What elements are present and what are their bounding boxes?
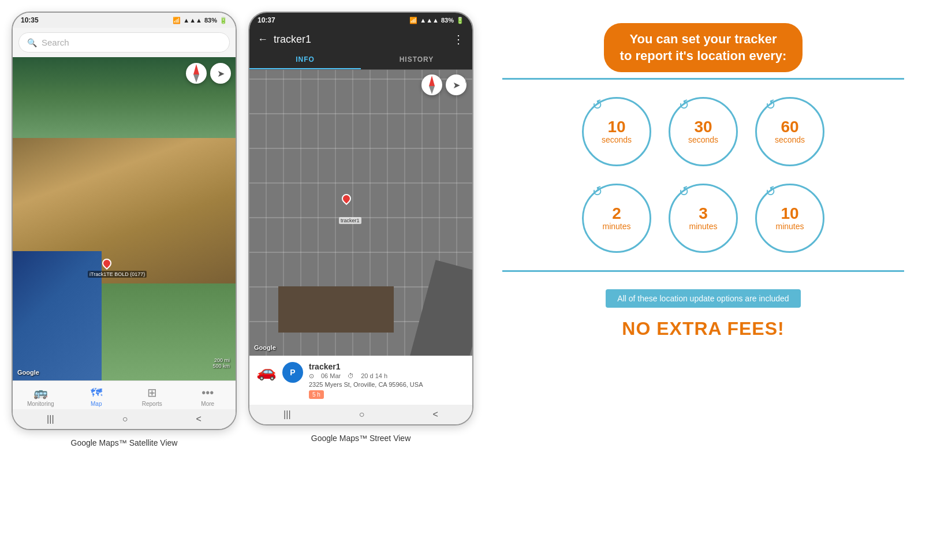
circle-30s-number: 30 [694,119,712,135]
phone2-battery-icon: 🔋 [456,17,464,24]
gesture-recent[interactable]: ||| [47,414,54,424]
tracker-map-label: iTrack1TE BOLD (0177) [88,271,147,278]
tracker-duration-icon: ⏱ [348,372,354,380]
circle-2m-number: 2 [612,206,621,222]
no-extra-fees-text: NO EXTRA FEES! [622,318,784,339]
tracker-date: 06 Mar [321,372,341,380]
accent-line-mid [502,270,904,272]
tracker-title: tracker1 [274,33,447,46]
phone1-wrapper: 10:35 📶 ▲▲▲ 83% 🔋 🔍 Search [12,12,237,447]
monitoring-label: Monitoring [27,401,54,407]
phone1-bottom-nav: 🚌 Monitoring 🗺 Map ⊞ Reports ••• More [13,380,236,409]
phone2-status-right: 📶 ▲▲▲ 83% 🔋 [409,17,464,24]
circle-60s-number: 60 [781,119,798,135]
circle-10m: ↺ 10 minutes [755,184,824,253]
tracker-badge: 5 h [309,390,324,399]
circle-3m-number: 3 [699,206,708,222]
circle-3m: ↺ 3 minutes [669,184,738,253]
phone1-search-bar: 🔍 Search [13,28,236,57]
tab-history[interactable]: HISTORY [361,51,472,69]
gesture-back[interactable]: < [196,414,201,424]
phone2-gesture-bar: ||| ○ < [249,405,472,424]
tracker-duration: 20 d 14 h [361,372,387,380]
monitoring-icon: 🚌 [33,386,48,400]
circle-10s: ↺ 10 seconds [582,97,651,166]
more-label: More [201,401,214,407]
phone2-caption: Google Maps™ Street View [311,434,411,443]
circle-2m-arrow: ↺ [590,183,605,201]
phone1-gesture-bar: ||| ○ < [13,409,236,429]
tracker-meta: ⊙ 06 Mar ⏱ 20 d 14 h [309,372,465,380]
scroll-button[interactable]: ↑ [463,74,468,85]
gesture2-back[interactable]: < [433,409,438,420]
street-view-map[interactable]: ➤ tracker1 Google ↑ [249,70,472,356]
circle-3m-unit: minutes [689,222,717,231]
gesture2-recent[interactable]: ||| [283,409,290,420]
circle-10s-unit: seconds [602,135,632,144]
gesture-home[interactable]: ○ [122,414,128,424]
phone1-time: 10:35 [21,16,39,24]
compass-needle-down [193,74,199,83]
circle-30s: ↺ 30 seconds [669,97,738,166]
compass-needle-2-down [429,86,435,94]
phone1-signal: ▲▲▲ [183,17,202,24]
map-label: Map [91,401,102,407]
circle-10s-number: 10 [607,119,625,135]
phone1-battery-icon: 🔋 [219,17,227,24]
info-headline: You can set your trackerto report it's l… [604,23,803,72]
tracker-info-card: 🚗 P tracker1 ⊙ 06 Mar ⏱ 20 d 14 h 2325 M… [249,356,472,405]
circle-60s: ↺ 60 seconds [755,97,824,166]
phone2-wifi-icon: 📶 [409,17,417,24]
phone2-time: 10:37 [257,16,275,24]
phone1-status-bar: 10:35 📶 ▲▲▲ 83% 🔋 [13,13,236,28]
more-icon: ••• [201,386,214,400]
nav-map[interactable]: 🗺 Map [79,386,114,407]
circles-row-1: ↺ 10 seconds ↺ 30 seconds ↺ 60 seconds [582,97,824,166]
location-button[interactable]: ➤ [210,63,231,84]
scale-top: 200 mi [212,357,230,363]
tracker-pin-2 [342,194,351,203]
circle-60s-arrow: ↺ [763,96,778,114]
tracker-address: 2325 Myers St, Oroville, CA 95966, USA [309,381,465,388]
circles-row-2: ↺ 2 minutes ↺ 3 minutes ↺ 10 minutes [582,184,824,253]
compass-needle-up [193,64,199,74]
menu-icon[interactable]: ⋮ [453,32,464,46]
search-input-container[interactable]: 🔍 Search [18,32,230,53]
google-logo-2: Google [254,344,276,351]
phone2-header: ← tracker1 ⋮ [249,28,472,51]
compass-button[interactable] [186,63,207,84]
circle-2m-unit: minutes [602,222,630,231]
reports-icon: ⊞ [147,386,157,400]
map-icon: 🗺 [91,386,102,400]
gesture2-home[interactable]: ○ [359,409,365,420]
compass-button-2[interactable] [421,74,442,95]
circle-30s-unit: seconds [688,135,718,144]
location-icon: ➤ [217,68,225,79]
compass-needle-2-up [429,76,435,86]
search-placeholder: Search [42,38,69,47]
nav-monitoring[interactable]: 🚌 Monitoring [23,386,58,407]
tracker-car-icon: 🚗 [256,362,277,381]
circle-10m-arrow: ↺ [763,183,778,201]
tracker-icon-letter: P [290,368,295,377]
tracker-details: tracker1 ⊙ 06 Mar ⏱ 20 d 14 h 2325 Myers… [309,362,465,399]
circle-60s-unit: seconds [775,135,805,144]
google-logo-1: Google [17,369,39,376]
phone1-status-right: 📶 ▲▲▲ 83% 🔋 [173,17,227,24]
phone1-caption: Google Maps™ Satellite View [71,438,178,447]
satellite-map[interactable]: ➤ iTrack1TE BOLD (0177) Google 200 mi 50… [13,57,236,380]
location-icon-2: ➤ [453,80,460,91]
headline-text: You can set your trackerto report it's l… [620,32,787,63]
circle-3m-arrow: ↺ [677,183,692,201]
accent-line-top [502,78,904,80]
tracker1-map-label: tracker1 [339,217,361,224]
nav-more[interactable]: ••• More [191,386,225,407]
phone2-battery: 83% [441,17,454,24]
tracker-pin [102,259,111,268]
circle-2m: ↺ 2 minutes [582,184,651,253]
circle-30s-arrow: ↺ [677,96,692,114]
nav-reports[interactable]: ⊞ Reports [135,386,169,407]
back-button[interactable]: ← [257,33,268,46]
tab-info[interactable]: INFO [249,51,361,69]
building [278,286,394,333]
